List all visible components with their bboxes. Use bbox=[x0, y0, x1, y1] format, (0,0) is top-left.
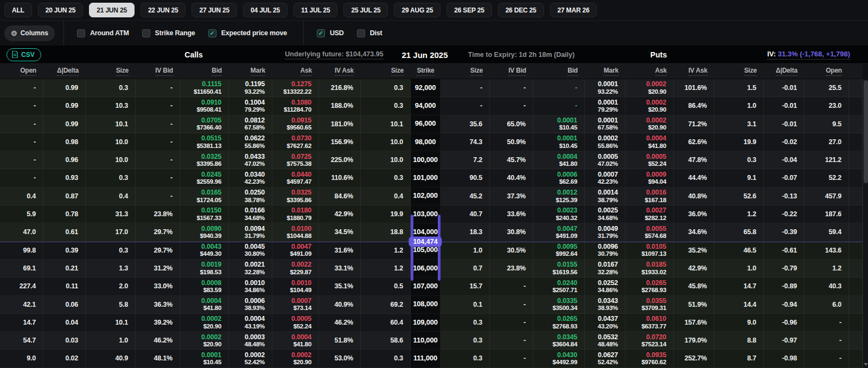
call-bid-cell[interactable]: 0.0002$20.90 bbox=[180, 314, 229, 332]
call-ask-cell[interactable]: 0.0002$20.90 bbox=[272, 350, 319, 367]
column-header-size[interactable]: Size bbox=[361, 64, 411, 79]
call-ask-cell[interactable]: 0.0022$229.87 bbox=[272, 260, 319, 277]
call-bid-cell[interactable]: 0.1115$11650.41 bbox=[180, 79, 229, 97]
expiry-tab-04-jul-25[interactable]: 04 JUL 25 bbox=[243, 3, 288, 17]
strike-cell[interactable]: 111,000 bbox=[411, 350, 441, 367]
call-bid-cell[interactable]: 0.0165$1724.05 bbox=[180, 188, 229, 205]
put-bid-cell[interactable]: 0.0240$2507.71 bbox=[533, 277, 585, 295]
put-mark-cell[interactable]: 0.000193.22% bbox=[585, 79, 626, 97]
call-bid-cell[interactable]: 0.0004$41.80 bbox=[180, 296, 229, 314]
put-mark-cell[interactable]: 0.000167.58% bbox=[585, 115, 626, 133]
strike-cell[interactable]: 98,000 bbox=[411, 133, 441, 151]
call-ask-cell[interactable]: 0.0440$4597.47 bbox=[272, 169, 319, 187]
strike-cell[interactable]: 102,000 bbox=[411, 188, 441, 205]
call-bid-cell[interactable]: 0.0019$198.53 bbox=[180, 260, 229, 277]
checkbox-around-atm[interactable]: ✓Around ATM bbox=[77, 29, 129, 37]
call-ask-cell[interactable]: 0.0180$1880.79 bbox=[272, 205, 319, 223]
call-mark-cell[interactable]: 0.062255.86% bbox=[229, 133, 272, 151]
put-ask-cell[interactable]: 0.0002$20.90 bbox=[626, 115, 674, 133]
put-bid-cell[interactable]: 0.0012$125.39 bbox=[533, 188, 585, 205]
call-ask-cell[interactable]: 0.0100$1044.88 bbox=[272, 223, 319, 241]
call-mark-cell[interactable]: 0.002132.28% bbox=[229, 260, 272, 277]
column-header-size[interactable]: Size bbox=[86, 64, 136, 79]
put-mark-cell[interactable]: 0.000255.86% bbox=[585, 133, 626, 151]
call-mark-cell[interactable]: 0.001034.86% bbox=[229, 277, 272, 295]
call-bid-cell[interactable]: 0.0043$449.30 bbox=[180, 242, 229, 260]
put-mark-cell[interactable]: 0.000742.23% bbox=[585, 169, 626, 187]
put-bid-cell[interactable]: 0.0006$62.69 bbox=[533, 169, 585, 187]
strike-cell[interactable]: 100,000 bbox=[411, 151, 441, 169]
scrollbar-thumb[interactable] bbox=[864, 80, 868, 183]
strike-cell[interactable]: 108,000 bbox=[411, 296, 441, 314]
call-mark-cell[interactable]: 0.119593.22% bbox=[229, 79, 272, 97]
call-mark-cell[interactable]: 0.081267.58% bbox=[229, 115, 272, 133]
call-mark-cell[interactable]: 0.000252.42% bbox=[229, 350, 272, 367]
column-header-ask[interactable]: Ask bbox=[626, 64, 674, 79]
expiry-tab-26-sep-25[interactable]: 26 SEP 25 bbox=[446, 3, 492, 17]
put-ask-cell[interactable]: 0.0004$41.80 bbox=[626, 133, 674, 151]
strike-cell[interactable]: 96,000 bbox=[411, 115, 441, 133]
call-mark-cell[interactable]: 0.100479.29% bbox=[229, 97, 272, 115]
put-mark-cell[interactable]: 0.009630.79% bbox=[585, 242, 626, 260]
column-header--delta[interactable]: Δ|Delta bbox=[764, 64, 805, 79]
call-ask-cell[interactable]: 0.0730$7627.62 bbox=[272, 133, 319, 151]
call-ask-cell[interactable]: 0.1275$13322.22 bbox=[272, 79, 319, 97]
call-bid-cell[interactable]: 0.0245$2559.96 bbox=[180, 169, 229, 187]
put-mark-cell[interactable]: 0.043743.20% bbox=[585, 314, 626, 332]
checkbox-unchecked-icon[interactable]: ✓ bbox=[142, 29, 150, 37]
checkbox-strike-range[interactable]: ✓Strike Range bbox=[142, 29, 195, 37]
put-bid-cell[interactable]: 0.0430$4492.99 bbox=[533, 350, 585, 367]
call-mark-cell[interactable]: 0.025038.78% bbox=[229, 188, 272, 205]
call-ask-cell[interactable]: 0.0047$491.09 bbox=[272, 242, 319, 260]
call-ask-cell[interactable]: 0.0325$3395.86 bbox=[272, 188, 319, 205]
put-bid-cell[interactable]: 0.0335$3500.34 bbox=[533, 296, 585, 314]
put-ask-cell[interactable]: 0.0720$7523.14 bbox=[626, 332, 674, 350]
strike-cell[interactable]: 107,000 bbox=[411, 277, 441, 295]
put-ask-cell[interactable]: 0.0105$1097.13 bbox=[626, 242, 674, 260]
checkbox-usd[interactable]: ✓USD bbox=[317, 29, 344, 37]
checkbox-unchecked-icon[interactable]: ✓ bbox=[357, 29, 365, 37]
expiry-tab-21-jun-25[interactable]: 21 JUN 25 bbox=[89, 3, 135, 17]
expiry-tab-22-jun-25[interactable]: 22 JUN 25 bbox=[141, 3, 186, 17]
iv-summary[interactable]: IV: 31.3% (-1,768, +1,798) bbox=[767, 50, 850, 60]
call-ask-cell[interactable]: 0.0005$52.24 bbox=[272, 314, 319, 332]
put-ask-cell[interactable]: 0.0009$94.04 bbox=[626, 169, 674, 187]
column-header-open[interactable]: Open bbox=[0, 64, 43, 79]
call-mark-cell[interactable]: 0.009431.79% bbox=[229, 223, 272, 241]
put-bid-cell[interactable]: 0.0047$491.09 bbox=[533, 223, 585, 241]
put-mark-cell[interactable]: 0.000547.02% bbox=[585, 151, 626, 169]
call-mark-cell[interactable]: 0.016634.68% bbox=[229, 205, 272, 223]
checkbox-checked-icon[interactable]: ✓ bbox=[208, 29, 216, 37]
put-bid-cell[interactable]: 0.0023$240.32 bbox=[533, 205, 585, 223]
column-header-size[interactable]: Size bbox=[441, 64, 490, 79]
put-bid-cell[interactable]: 0.0155$1619.56 bbox=[533, 260, 585, 277]
call-bid-cell[interactable]: 0.0001$10.45 bbox=[180, 350, 229, 367]
call-bid-cell[interactable]: 0.0910$9508.41 bbox=[180, 97, 229, 115]
checkbox-unchecked-icon[interactable]: ✓ bbox=[77, 29, 85, 37]
expiry-tab-27-mar-26[interactable]: 27 MAR 26 bbox=[550, 3, 597, 17]
put-mark-cell[interactable]: 0.034338.93% bbox=[585, 296, 626, 314]
strike-cell[interactable]: 110,000 bbox=[411, 332, 441, 350]
put-ask-cell[interactable]: 0.0610$6373.77 bbox=[626, 314, 674, 332]
call-mark-cell[interactable]: 0.043347.02% bbox=[229, 151, 272, 169]
put-ask-cell[interactable]: 0.0027$282.12 bbox=[626, 205, 674, 223]
expiry-tab-all[interactable]: ALL bbox=[4, 3, 32, 17]
call-bid-cell[interactable]: 0.0515$5381.13 bbox=[180, 133, 229, 151]
strike-cell[interactable]: 109,000 bbox=[411, 314, 441, 332]
call-mark-cell[interactable]: 0.000638.93% bbox=[229, 296, 272, 314]
put-ask-cell[interactable]: 0.0355$3709.31 bbox=[626, 296, 674, 314]
put-mark-cell[interactable]: 0.025234.86% bbox=[585, 277, 626, 295]
call-bid-cell[interactable]: 0.0002$20.90 bbox=[180, 332, 229, 350]
column-header-bid[interactable]: Bid bbox=[180, 64, 229, 79]
column-header-open[interactable]: Open bbox=[805, 64, 849, 79]
checkbox-dist[interactable]: ✓Dist bbox=[357, 29, 382, 37]
put-mark-cell[interactable]: 0.062752.42% bbox=[585, 350, 626, 367]
put-ask-cell[interactable]: 0.0005$52.24 bbox=[626, 151, 674, 169]
column-header-ask[interactable]: Ask bbox=[272, 64, 319, 79]
column-header-iv-bid[interactable]: IV Bid bbox=[490, 64, 533, 79]
underlying-future-price[interactable]: Underlying future: $104,473.95 bbox=[285, 50, 383, 59]
put-ask-cell[interactable]: 0.0002$20.90 bbox=[626, 79, 674, 97]
column-header--delta[interactable]: Δ|Delta bbox=[43, 64, 86, 79]
put-mark-cell[interactable]: 0.053248.48% bbox=[585, 332, 626, 350]
strike-cell[interactable]: 94,000 bbox=[411, 97, 441, 115]
